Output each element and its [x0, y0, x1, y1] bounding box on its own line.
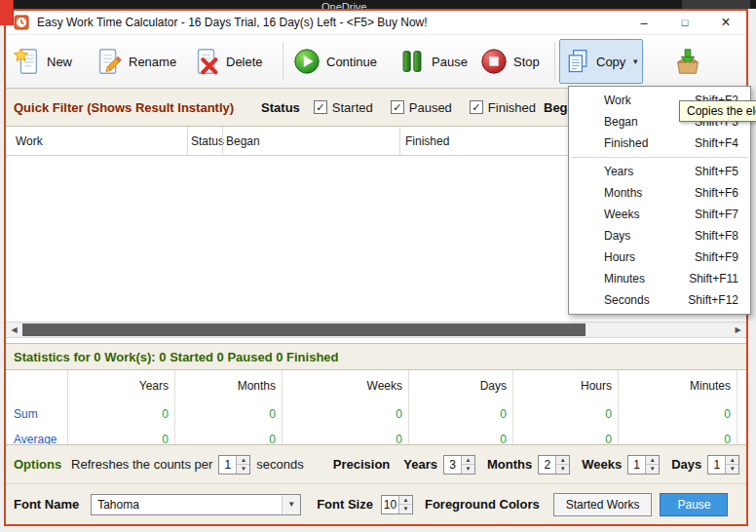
precision-days-value: 1 [708, 456, 725, 474]
statistics-table: Years Months Weeks Days Hours Minutes Su… [6, 370, 746, 444]
check-icon: ✓ [316, 102, 324, 113]
sum-row-label: Sum [6, 401, 68, 427]
stat-col-stub [737, 370, 746, 401]
spinner-up-icon[interactable]: ▲ [726, 456, 738, 466]
filter-checkbox-paused[interactable]: ✓ Paused [391, 100, 452, 115]
precision-days-spinner[interactable]: 1 ▲▼ [707, 455, 739, 475]
checkbox-icon: ✓ [314, 100, 327, 114]
font-size-label: Font Size [317, 497, 373, 512]
spinner-down-icon[interactable]: ▼ [399, 505, 412, 513]
precision-weeks-spinner[interactable]: 1 ▲▼ [627, 455, 660, 475]
statistics-sum-row: Sum 0 0 0 0 0 0 [6, 401, 746, 427]
column-header-finished[interactable]: Finished [405, 134, 449, 148]
font-name-select[interactable]: Tahoma ▼ [91, 494, 301, 515]
menu-item-finished[interactable]: Finished Shift+F4 [569, 133, 750, 154]
scroll-left-icon[interactable]: ◀ [6, 323, 22, 337]
spinner-down-icon[interactable]: ▼ [726, 465, 738, 474]
title-bar: Easy Work Time Calculator - 16 Days Tria… [6, 11, 746, 35]
stat-col-years: Years [68, 370, 175, 401]
spinner-up-icon[interactable]: ▲ [399, 496, 412, 506]
maximize-button[interactable]: □ [664, 11, 705, 34]
scroll-right-icon[interactable]: ▶ [730, 323, 746, 337]
stat-col-hours: Hours [513, 370, 619, 401]
horizontal-scrollbar[interactable]: ◀ ▶ [6, 322, 746, 338]
spinner-up-icon[interactable]: ▲ [556, 456, 569, 466]
delete-button[interactable]: Delete [187, 39, 279, 84]
pause-button-label: Pause [432, 55, 468, 69]
toolbar: New Rename [6, 35, 746, 88]
rename-button[interactable]: Rename [90, 39, 187, 84]
options-title: Options [14, 457, 61, 472]
check-icon: ✓ [393, 102, 401, 113]
minimize-button[interactable]: – [624, 11, 664, 34]
export-button[interactable] [668, 39, 711, 84]
statistics-average-row: Average 0 0 0 0 0 0 [6, 427, 746, 444]
average-minutes: 0 [619, 427, 737, 444]
menu-item-years[interactable]: Years Shift+F5 [569, 161, 750, 182]
filter-checkbox-finished[interactable]: ✓ Finished [470, 100, 536, 115]
sum-years: 0 [68, 401, 175, 427]
stop-button[interactable]: Stop [474, 39, 550, 84]
spinner-up-icon[interactable]: ▲ [646, 456, 659, 466]
new-button[interactable]: New [8, 39, 90, 84]
font-name-label: Font Name [14, 497, 79, 512]
refresh-interval-suffix: seconds [256, 457, 303, 472]
menu-item-label: Finished [569, 136, 695, 150]
started-works-color-button[interactable]: Started Works [553, 493, 653, 516]
menu-item-shortcut: Shift+F7 [695, 208, 750, 221]
column-header-status[interactable]: Status [191, 134, 224, 148]
spinner-down-icon[interactable]: ▼ [462, 465, 474, 474]
rename-pencil-icon [94, 47, 124, 76]
spinner-down-icon[interactable]: ▼ [556, 465, 569, 474]
column-header-work[interactable]: Work [16, 134, 43, 148]
average-days: 0 [409, 427, 513, 444]
average-hours: 0 [513, 427, 619, 444]
refresh-interval-spinner[interactable]: 1 ▲▼ [218, 455, 250, 475]
font-size-spinner[interactable]: 10 ▲▼ [381, 495, 413, 514]
copy-button[interactable]: Copy ▼ [559, 39, 643, 84]
spinner-down-icon[interactable]: ▼ [646, 465, 659, 474]
precision-days-label: Days [671, 457, 701, 472]
spinner-up-icon[interactable]: ▲ [237, 456, 249, 466]
menu-item-label: Days [569, 229, 695, 243]
pause-button[interactable]: Pause [393, 39, 474, 84]
precision-months-value: 2 [539, 456, 555, 474]
menu-item-minutes[interactable]: Minutes Shift+F11 [569, 268, 750, 289]
bottom-panel: Options Refreshes the counts per 1 ▲▼ se… [6, 444, 746, 524]
continue-button[interactable]: Continue [287, 39, 393, 84]
sum-minutes: 0 [619, 401, 737, 427]
menu-separator [571, 157, 748, 158]
stat-col-months: Months [175, 370, 283, 401]
menu-item-label: Months [569, 186, 695, 200]
menu-item-months[interactable]: Months Shift+F6 [569, 182, 750, 204]
close-button[interactable]: × [705, 11, 746, 34]
menu-item-weeks[interactable]: Weeks Shift+F7 [569, 204, 750, 225]
filter-checkbox-started[interactable]: ✓ Started [314, 100, 373, 115]
play-icon [292, 47, 321, 76]
spinner-up-icon[interactable]: ▲ [462, 456, 474, 466]
paused-works-color-button[interactable]: Pause [660, 493, 728, 516]
filter-checkbox-finished-label: Finished [488, 100, 536, 115]
column-header-began[interactable]: Began [226, 134, 260, 148]
app-icon [14, 15, 29, 30]
menu-item-seconds[interactable]: Seconds Shift+F12 [569, 289, 750, 311]
stat-col-minutes: Minutes [619, 370, 737, 401]
menu-item-days[interactable]: Days Shift+F8 [569, 225, 750, 247]
average-months: 0 [175, 427, 283, 444]
options-row: Options Refreshes the counts per 1 ▲▼ se… [6, 445, 746, 484]
scrollbar-thumb[interactable] [22, 323, 586, 336]
background-window-strip: OneDrive [0, 0, 756, 9]
foreground-colors-label: Foreground Colors [425, 497, 540, 512]
check-icon: ✓ [472, 102, 480, 113]
refresh-interval-value: 1 [219, 456, 236, 474]
menu-item-hours[interactable]: Hours Shift+F9 [569, 247, 750, 268]
precision-years-spinner[interactable]: 3 ▲▼ [443, 455, 475, 475]
menu-item-label: Work [569, 94, 695, 107]
column-divider [222, 127, 223, 155]
spinner-down-icon[interactable]: ▼ [237, 465, 249, 474]
sum-stub [737, 401, 746, 427]
checkbox-icon: ✓ [470, 100, 483, 114]
menu-item-shortcut: Shift+F11 [689, 272, 750, 285]
precision-months-spinner[interactable]: 2 ▲▼ [538, 455, 570, 475]
chevron-down-icon: ▼ [631, 57, 639, 66]
